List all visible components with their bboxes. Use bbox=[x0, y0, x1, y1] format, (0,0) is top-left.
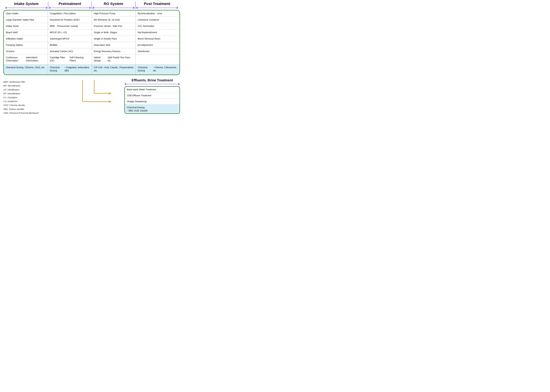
arrow-line-pre bbox=[50, 8, 90, 8]
effluent-title: Effluents, Brine Treatment bbox=[124, 78, 180, 82]
bottom-row: MMF: Multimedia FilterMF: Microfiltratio… bbox=[3, 78, 180, 115]
ro-arrow bbox=[92, 7, 135, 9]
pretreatment-arrow bbox=[49, 7, 91, 9]
cell-ro-5: Draw-back Tank bbox=[92, 42, 136, 48]
arrow-left-pre bbox=[49, 7, 50, 9]
effluent-arrow-line bbox=[126, 84, 178, 84]
legend-item: MMF: Multimedia Filter bbox=[3, 80, 64, 84]
legend-item: UF: Ultrafiltration bbox=[3, 88, 64, 92]
legend-item: CEB: Chemical Enhanced Backwash bbox=[3, 111, 64, 115]
header-ro: RO System bbox=[92, 2, 135, 9]
cell-post-4: Boron Removal Resin bbox=[136, 36, 180, 42]
flow-arrows bbox=[69, 78, 120, 115]
arrow-left-intake bbox=[5, 7, 7, 9]
effluent-arrow-left bbox=[124, 83, 126, 85]
col-post: Remineralization - LimeLimestone Contact… bbox=[136, 10, 180, 75]
svg-marker-4 bbox=[109, 92, 111, 94]
legend-item: I-O: Inside/Out bbox=[3, 99, 64, 103]
arrow-line-intake bbox=[7, 8, 46, 8]
cell-intake-1: Large Diameter Intake Pipe bbox=[4, 17, 48, 23]
legend-item: O-I: Outside/In bbox=[3, 96, 64, 99]
cell-pretreatment-3: MF/UF (O-I, I-O) bbox=[48, 29, 92, 36]
arrow-right-pre bbox=[90, 7, 91, 9]
cell-ro-4: Single or Double Pass bbox=[92, 36, 136, 42]
cell-post-6: Disinfection bbox=[136, 48, 180, 55]
legend-item: ClO2: Chlorine dioxide bbox=[3, 103, 64, 107]
intake-title: Intake System bbox=[14, 2, 39, 6]
cell-pretreatment-5: Biofilter bbox=[48, 42, 92, 48]
svg-marker-5 bbox=[109, 101, 111, 103]
cell-ro-1: RO Elements (8, 16 inch) bbox=[92, 17, 136, 23]
cell-ro-3: Single or Multi- Stages bbox=[92, 29, 136, 36]
post-arrow bbox=[136, 7, 178, 9]
col-pretreatment: Coagulation, FlocculationDissolved Air F… bbox=[48, 10, 92, 75]
cell-intake-6: Screens bbox=[4, 48, 48, 55]
header-row: Intake System Pretreatment RO System Pos… bbox=[3, 2, 180, 9]
header-intake: Intake System bbox=[5, 2, 48, 9]
cell-ro-7: Hybrid DesignSplit Partial Two Pass, etc… bbox=[92, 55, 136, 65]
pretreatment-title: Pretreatment bbox=[59, 2, 81, 6]
arrow-left-ro bbox=[92, 7, 94, 9]
arrow-line-ro bbox=[94, 8, 133, 8]
divider-2 bbox=[92, 2, 92, 9]
cell-intake-0: Open Intake bbox=[4, 10, 48, 17]
post-title: Post Treatment bbox=[144, 2, 170, 6]
ro-title: RO System bbox=[104, 2, 123, 6]
cell-intake-4: Infiltration Intake bbox=[4, 36, 48, 42]
effluent-section: Effluents, Brine Treatment Back-wash Wat… bbox=[124, 78, 180, 115]
cell-ro-8: CIP Unit - Acid, Caustic, etc.Preservati… bbox=[92, 65, 136, 75]
effluent-cell-3: Chemical Dosing- SBS, Acid, Caustic bbox=[125, 105, 180, 113]
cell-intake-5: Pumping Station bbox=[4, 42, 48, 48]
intake-arrow bbox=[5, 7, 48, 9]
cell-post-8: Chemical Dosing- Chlorine, Chloramine, e… bbox=[136, 65, 180, 75]
cell-post-1: Limestone Contactor bbox=[136, 17, 180, 23]
main-grid: Open IntakeLarge Diameter Intake PipeInt… bbox=[3, 10, 180, 75]
col-ro: High-Pressure PumpRO Elements (8, 16 inc… bbox=[92, 10, 136, 75]
effluent-cell-1: CEB Effluent Treatment bbox=[125, 93, 180, 99]
cell-post-2: CO₂ Generation bbox=[136, 23, 180, 29]
legend-item: NF: Nanofiltration bbox=[3, 92, 64, 96]
effluent-cell-0: Back-wash Water Treatment bbox=[125, 87, 180, 93]
cell-pretreatment-7: Cartridge Filter (CF)Self-Cleaning Filte… bbox=[48, 55, 92, 65]
cell-post-3: Mg Replenishment bbox=[136, 29, 180, 36]
legend-item: MF: Microfiltration bbox=[3, 84, 64, 88]
cell-pretreatment-4: Submerged MF/UF bbox=[48, 36, 92, 42]
arrow-right-intake bbox=[46, 7, 48, 9]
effluent-cell-2: Sludge Dewatering bbox=[125, 99, 180, 105]
divider-3 bbox=[135, 2, 135, 9]
effluent-box: Back-wash Water TreatmentCEB Effluent Tr… bbox=[124, 86, 180, 114]
cell-post-7 bbox=[136, 55, 180, 65]
cell-ro-2: Pressure Vessel - Side Port bbox=[92, 23, 136, 29]
cell-pretreatment-6: Activated Carbon (AC) bbox=[48, 48, 92, 55]
cell-post-5: pH Adjustment bbox=[136, 42, 180, 48]
cell-pretreatment-8: Chemical Dosing- Coagulant, Antiscalant,… bbox=[48, 65, 92, 75]
cell-intake-8: Chemical Dosing- Chlorine, ClO2, etc. bbox=[4, 65, 48, 75]
col-intake: Open IntakeLarge Diameter Intake PipeInt… bbox=[4, 10, 48, 75]
cell-ro-6: Energy Recovery Devices bbox=[92, 48, 136, 55]
cell-pretreatment-1: Dissolved Air Flotation (DAF) bbox=[48, 17, 92, 23]
divider-1 bbox=[48, 2, 48, 9]
cell-post-0: Remineralization - Lime bbox=[136, 10, 180, 17]
effluent-arrow-right bbox=[178, 83, 180, 85]
header-pretreatment: Pretreatment bbox=[49, 2, 91, 9]
legend-item: SBS: Sodium bisulfite bbox=[3, 107, 64, 111]
cell-ro-0: High-Pressure Pump bbox=[92, 10, 136, 17]
arrow-right-post bbox=[177, 7, 178, 9]
cell-pretreatment-2: MMF - Pressurized, Gravity bbox=[48, 23, 92, 29]
arrow-right-ro bbox=[133, 7, 135, 9]
legend-box: MMF: Multimedia FilterMF: Microfiltratio… bbox=[3, 78, 64, 115]
arrow-left-post bbox=[136, 7, 138, 9]
cell-intake-7: Continuous ChlorinationIntermittent Chlo… bbox=[4, 55, 48, 65]
cell-pretreatment-0: Coagulation, Flocculation bbox=[48, 10, 92, 17]
cell-intake-3: Beach Well bbox=[4, 29, 48, 36]
header-post: Post Treatment bbox=[136, 2, 178, 9]
effluent-arrow-row bbox=[124, 83, 180, 85]
arrow-line-post bbox=[138, 8, 177, 8]
cell-intake-2: Intake Tower bbox=[4, 23, 48, 29]
flow-arrows-svg bbox=[69, 80, 120, 113]
